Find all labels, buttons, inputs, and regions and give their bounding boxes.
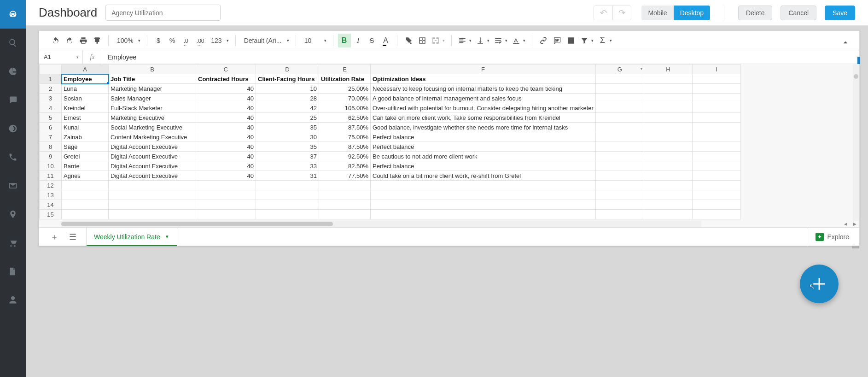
cell[interactable] (595, 74, 644, 84)
cell[interactable] (644, 190, 692, 200)
cell[interactable]: 37 (256, 152, 319, 161)
toolbar-collapse-button[interactable] (839, 35, 852, 49)
cell[interactable] (644, 84, 692, 94)
cell[interactable]: 70.00% (319, 94, 371, 103)
cell[interactable] (595, 84, 644, 94)
sidebar-item-documents[interactable] (0, 257, 26, 286)
italic-button[interactable]: I (352, 34, 365, 47)
cell[interactable] (692, 210, 740, 219)
panel-bottom-handle[interactable] (852, 246, 859, 248)
col-header-a[interactable]: A (62, 65, 109, 74)
cell[interactable]: 35 (256, 142, 319, 152)
cell[interactable]: Marketing Manager (109, 84, 196, 94)
cell[interactable]: 40 (196, 161, 256, 171)
h-scrollbar[interactable] (61, 221, 701, 227)
grid-area[interactable]: A B C D E F G H I 1EmployeeJob TitleCont… (39, 64, 859, 227)
cell[interactable]: Agnes (62, 171, 109, 181)
fill-color-button[interactable] (402, 34, 415, 47)
cell[interactable]: Ernest (62, 113, 109, 123)
sidebar-item-reports[interactable] (0, 57, 26, 86)
cell[interactable]: 87.50% (319, 142, 371, 152)
cell[interactable]: 10 (256, 84, 319, 94)
cell[interactable]: 35 (256, 123, 319, 132)
cell[interactable] (692, 94, 740, 103)
cell[interactable] (196, 190, 256, 200)
bold-button[interactable]: B (338, 34, 351, 47)
cell[interactable] (644, 132, 692, 142)
cell[interactable]: 40 (196, 132, 256, 142)
row-header[interactable]: 4 (40, 103, 62, 113)
cell[interactable] (644, 171, 692, 181)
cell[interactable] (62, 181, 109, 190)
increase-decimals-button[interactable]: .00→ (193, 34, 206, 47)
cell[interactable] (595, 142, 644, 152)
col-header-d[interactable]: D (256, 65, 319, 74)
row-header[interactable]: 12 (40, 181, 62, 190)
cell[interactable] (692, 181, 740, 190)
sidebar-item-calls[interactable] (0, 143, 26, 171)
format-currency-button[interactable]: $ (152, 34, 165, 47)
cell[interactable] (692, 84, 740, 94)
delete-button[interactable]: Delete (738, 6, 772, 20)
text-color-button[interactable]: A (379, 34, 392, 47)
cancel-button[interactable]: Cancel (781, 6, 816, 20)
cell-reference-input[interactable]: A1 (39, 50, 83, 64)
cell[interactable]: Sales Manager (109, 94, 196, 103)
cell[interactable] (644, 161, 692, 171)
cell[interactable] (692, 132, 740, 142)
col-header-c[interactable]: C (196, 65, 256, 74)
sheet-nav-arrows[interactable]: ◀▶ (841, 221, 859, 227)
cell[interactable]: 77.50% (319, 171, 371, 181)
cell[interactable] (109, 210, 196, 219)
device-desktop-button[interactable]: Desktop (674, 6, 710, 20)
cell[interactable]: Over-utilized with potential for burnout… (371, 103, 596, 113)
col-header-b[interactable]: B (109, 65, 196, 74)
col-header-e[interactable]: E (319, 65, 371, 74)
add-widget-fab[interactable]: ↖ (800, 265, 839, 303)
cell[interactable]: 25 (256, 113, 319, 123)
cell[interactable]: 62.50% (319, 113, 371, 123)
cell[interactable]: 40 (196, 123, 256, 132)
sidebar-item-dashboard[interactable] (0, 0, 26, 29)
cell[interactable]: Digital Account Executive (109, 171, 196, 181)
h-align-button[interactable] (456, 34, 473, 47)
cell[interactable]: Good balance, investigate whether she ne… (371, 123, 596, 132)
zoom-select[interactable]: 100% (113, 34, 142, 47)
cell[interactable] (595, 132, 644, 142)
cell[interactable]: Can take on more client work, Take some … (371, 113, 596, 123)
cell[interactable] (371, 210, 596, 219)
cell[interactable]: Could take on a bit more client work, re… (371, 171, 596, 181)
cell[interactable]: 40 (196, 171, 256, 181)
wrap-button[interactable] (492, 34, 509, 47)
cell[interactable]: 82.50% (319, 161, 371, 171)
cell[interactable] (256, 190, 319, 200)
cell[interactable] (692, 74, 740, 84)
spreadsheet-grid[interactable]: A B C D E F G H I 1EmployeeJob TitleCont… (39, 64, 741, 219)
cell[interactable] (319, 190, 371, 200)
cell[interactable] (62, 200, 109, 210)
cell[interactable] (595, 152, 644, 161)
cell[interactable]: 40 (196, 84, 256, 94)
insert-comment-button[interactable] (551, 34, 564, 47)
cell[interactable]: Necessary to keep focusing on internal m… (371, 84, 596, 94)
cell[interactable] (319, 200, 371, 210)
insert-chart-button[interactable] (565, 34, 577, 47)
cell[interactable] (644, 94, 692, 103)
sheet-tab-menu-caret[interactable]: ▼ (165, 234, 169, 239)
cell[interactable]: Soslan (62, 94, 109, 103)
cell[interactable] (644, 200, 692, 210)
cell[interactable]: 42 (256, 103, 319, 113)
borders-button[interactable] (416, 34, 429, 47)
col-header-h[interactable]: H (644, 65, 692, 74)
cell[interactable]: Gretel (62, 152, 109, 161)
strike-button[interactable]: S (366, 34, 379, 47)
cell[interactable]: Digital Account Executive (109, 142, 196, 152)
row-header[interactable]: 2 (40, 84, 62, 94)
cell[interactable] (109, 181, 196, 190)
cell[interactable] (595, 113, 644, 123)
cell[interactable] (692, 123, 740, 132)
cell[interactable] (371, 200, 596, 210)
merge-cells-button[interactable] (430, 34, 447, 47)
cell[interactable]: 40 (196, 103, 256, 113)
font-family-select[interactable]: Default (Ari... (240, 34, 291, 47)
